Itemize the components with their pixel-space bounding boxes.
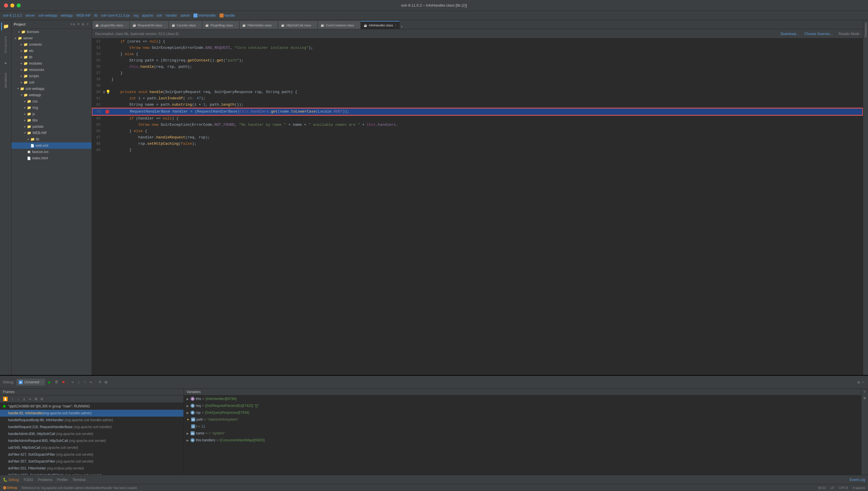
tree-item-solr[interactable]: ▶ 📁 solr [11,79,92,86]
status-charset[interactable]: UTF-8 [839,486,848,490]
status-position[interactable]: 60:21 [818,486,826,490]
frames-export[interactable]: ↥ [22,396,26,402]
tree-item-lib[interactable]: ▶ 📁 lib [11,54,92,60]
frames-btn[interactable]: ⊞ [104,379,108,386]
step-into-btn[interactable]: ↓ [77,379,81,386]
toolbar-todo[interactable]: TODO [23,478,33,482]
pause-button[interactable]: ⏸ [53,379,59,386]
frame-dofilter-357[interactable]: doFilter:357, SolrDispatchFilter (org.ap… [0,458,183,465]
tab-close-infohandler[interactable]: × [395,24,396,27]
evaluate-btn[interactable]: ≡ [98,379,102,386]
sidebar-collapse-icon[interactable]: ≡ [77,22,80,27]
maximize-button[interactable] [17,3,21,7]
tree-item-server[interactable]: ▶ 📁 server [11,35,92,41]
frame-handleadmin-836[interactable]: handleAdmin:836, HttpSolrCall (org.apach… [0,430,183,437]
tree-item-indexhtml[interactable]: 📄 index.html [11,155,92,162]
toolbar-terminal[interactable]: Terminal [72,478,86,482]
toolbar-debug[interactable]: 🐛 Debug [3,478,19,482]
reader-mode-btn[interactable]: Reader Mode [838,32,859,36]
tab-infohandler[interactable]: ☕ InfoHandler.class × [361,21,399,29]
bc-method[interactable]: handle [225,13,235,18]
tab-close-pluginutils[interactable]: × [125,24,127,27]
toolbar-event-log[interactable]: Event Log [850,478,865,482]
status-spaces[interactable]: 4 spaces [852,486,865,490]
databases-icon[interactable]: Database [3,71,9,89]
structure-icon[interactable]: Structure [3,35,9,54]
tab-close-filterholder[interactable]: × [273,24,275,27]
tab-close-pluginbag[interactable]: × [235,24,236,27]
sidebar-toolbar[interactable]: ⊙ ≡ ⚙ × [72,22,89,27]
tree-item-js[interactable]: ▶ 📁 js [11,111,92,117]
tree-item-contexts[interactable]: ▶ 📁 contexts [11,41,92,48]
frames-copy[interactable]: ↪ [28,396,32,402]
toolbar-profiler[interactable]: Profiler [57,478,68,482]
frame-running[interactable]: "qtp62343880-66"@6,305 in group "main": … [0,403,183,410]
frames-filter[interactable]: ⏫ [2,396,9,402]
var-add-icon[interactable]: + [864,390,866,394]
var-expand-icon[interactable]: ⊞ [864,396,866,401]
frame-dofilter-427[interactable]: doFilter:427, SolrDispatchFilter (org.ap… [0,451,183,458]
frame-handleadminrequest-800[interactable]: handleAdminRequest:800, HttpSolrCall (or… [0,437,183,444]
tree-item-img[interactable]: ▶ 📁 img [11,105,92,111]
sidebar-locate-icon[interactable]: ⊙ [72,22,76,27]
tree-item-solr-webapp[interactable]: ▼ 📁 solr-webapp [11,86,92,92]
right-tab-databases[interactable]: Databases [864,22,867,38]
close-button[interactable] [4,3,8,7]
toolbar-problems[interactable]: Problems [38,478,53,482]
tree-item-libs[interactable]: ▶ 📁 libs [11,117,92,123]
tab-close-httpsolrcall[interactable]: × [313,24,315,27]
frame-handlebody-86[interactable]: handleRequestBody:86, InfoHandler (org.a… [0,416,183,424]
var-handlers[interactable]: ▶ ∞ this.handlers = {ConcurrentHashMap@6… [184,437,861,444]
tab-close-counter[interactable]: × [198,24,199,27]
choose-sources-link[interactable]: Choose Sources... [805,32,833,36]
var-this[interactable]: ▶ o this = {InfoHandler@6796} [184,395,861,402]
frame-call-545[interactable]: call:545, HttpSolrCall (org.apache.solr.… [0,444,183,451]
var-rsp[interactable]: ▶ o rsp = {SolrQueryResponse@7434} [184,409,861,416]
tree-item-webinf[interactable]: ▼ 📁 WEB-INF [11,130,92,136]
download-link[interactable]: Download... [780,32,799,36]
var-i[interactable]: 0 i = 11 [184,423,861,430]
code-editor[interactable]: 52 if (cores == null) { 53 throw new Sol… [92,38,863,375]
var-path[interactable]: ▼ ab path = "/admin/info/system" [184,416,861,423]
tree-item-webxml[interactable]: 📄 web.xml [11,142,92,149]
hide-icon[interactable]: — [862,379,865,385]
run-to-cursor-btn[interactable]: ↪ [88,379,93,386]
tree-item-etc[interactable]: ▶ 📁 etc [11,48,92,54]
frames-settings[interactable]: ⊞ [34,396,38,402]
tree-item-modules[interactable]: ▶ 📁 modules [11,60,92,67]
step-out-btn[interactable]: ↑ [82,379,87,386]
frame-handlerequest-216[interactable]: handleRequest:216, RequestHandlerBase (o… [0,424,183,430]
bc-class[interactable]: InfoHandler [198,13,216,18]
tree-item-webapp[interactable]: ▼ 📁 webapp [11,92,92,98]
frames-up[interactable]: ↑ [10,396,14,402]
frames-expand[interactable]: ⊡ [39,396,44,402]
frames-down[interactable]: ↓ [16,396,20,402]
sidebar-settings-icon[interactable]: ⚙ [81,22,85,27]
tab-counter[interactable]: ☕ Counter.class × [169,21,203,29]
tabs-more[interactable]: ▾ [401,25,403,29]
breakpoint-63[interactable] [106,110,109,114]
window-controls[interactable] [4,3,21,7]
tab-filterholder[interactable]: ☕ FilterHolder.class × [239,21,278,29]
tab-httpsolrcall[interactable]: ☕ HttpSolrCall.class × [278,21,318,29]
tab-close-corecontainer[interactable]: × [356,24,358,27]
tree-item-partials[interactable]: ▶ 📁 partials [11,123,92,130]
tree-item-css[interactable]: ▶ 📁 css [11,98,92,105]
tab-requestutil[interactable]: ☕ RequestUtil.class × [130,21,169,29]
status-lf[interactable]: LF [831,486,834,490]
settings-icon[interactable]: ⚙ [857,379,860,385]
frame-dofilter-1601[interactable]: doFilter:1601, ServletHandler$Chain (org… [0,472,183,475]
var-name[interactable]: ▶ ab name = = "system" [184,430,861,437]
step-over-btn[interactable]: ↷ [70,379,74,386]
tree-item-webinf-lib[interactable]: ▶ 📁 lib [11,136,92,142]
tab-pluginbag[interactable]: ☕ PluginBag.class × [202,21,239,29]
tree-item-resources[interactable]: ▶ 📁 resources [11,67,92,73]
resume-button[interactable]: ▶ [48,379,52,386]
favorites-icon[interactable]: ★ [3,59,8,67]
tab-close-requestutil[interactable]: × [164,24,166,27]
project-icon[interactable]: 📁 [1,22,10,30]
tree-item-scripts[interactable]: ▶ 📁 scripts [11,73,92,79]
tab-pluginutils[interactable]: ☕ pluginUtils.class × [92,21,130,29]
sidebar-hide-icon[interactable]: × [86,22,89,27]
stop-button[interactable]: ■ [61,379,65,386]
